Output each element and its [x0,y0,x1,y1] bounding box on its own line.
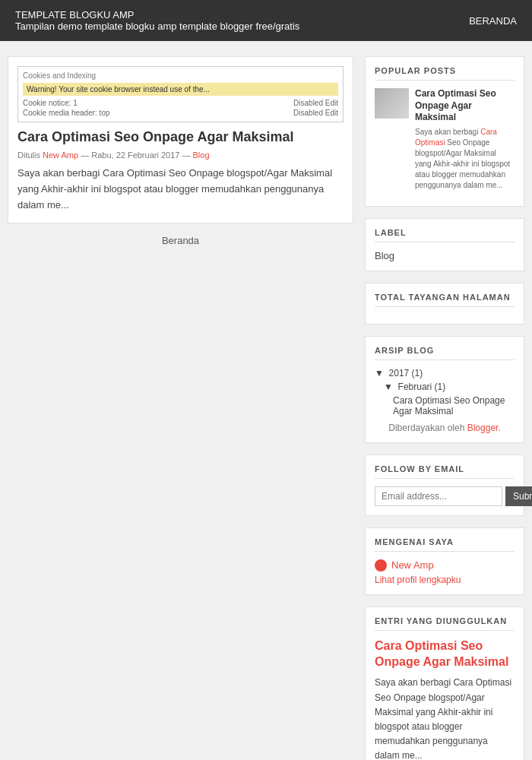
post-category[interactable]: Blog [193,150,210,160]
preview-row2-actions: Disabled Edit [293,109,338,117]
widget-total-tayangan: TOTAL TAYANGAN HALAMAN [365,283,524,325]
blogger-link[interactable]: Blogger [467,423,499,433]
archive-year[interactable]: ▼ 2017 (1) [375,368,515,378]
label-item: Blog [375,250,515,261]
post-meta: Ditulis New Amp — Rabu, 22 Februari 2017… [17,150,344,160]
preview-row-2: Cookie media header: top Disabled Edit [23,109,338,117]
preview-row-1: Cookie notice: 1 Disabled Edit [23,99,338,107]
main-content: Cookies and Indexing Warning! Your site … [8,56,353,760]
widget-follow-email: FOLLOW BY EMAIL Submit [365,454,524,516]
preview-row2-label: Cookie media header: top [23,109,110,117]
popular-posts-title: POPULAR POSTS [375,66,515,81]
site-header: TEMPLATE BLOGKU AMP Tampilan demo templa… [0,0,532,41]
post-sep1: — [81,150,89,160]
widget-entri-unggulan: ENTRI YANG DIUNGGULKAN Cara Optimasi Seo… [365,606,524,760]
follow-email-title: FOLLOW BY EMAIL [375,464,515,479]
site-title: TEMPLATE BLOGKU AMP [15,9,299,21]
widget-label: LABEL Blog [365,218,524,271]
powered-by: Diberdayakan oleh Blogger. [375,423,515,433]
site-branding: TEMPLATE BLOGKU AMP Tampilan demo templa… [15,9,299,32]
post-date: Rabu, 22 Februari 2017 [91,150,179,160]
preview-row1-label: Cookie notice: 1 [23,99,78,107]
post-ditulis: Ditulis [17,150,40,160]
label-title: LABEL [375,228,515,242]
popular-post-title: Cara Optimasi Seo Onpage Agar Maksimal [415,88,515,124]
archive-post[interactable]: Cara Optimasi Seo Onpage Agar Maksimal [393,395,515,416]
arsip-title: ARSIP BLOG [375,346,515,360]
popular-post-item: Cara Optimasi Seo Onpage Agar Maksimal S… [375,88,515,191]
post-preview-box: Cookies and Indexing Warning! Your site … [17,66,344,122]
post-excerpt: Saya akan berbagi Cara Optimasi Seo Onpa… [17,166,344,213]
popular-post-excerpt: Saya akan berbagi Cara Optimasi Seo Onpa… [415,127,515,191]
widget-popular-posts: POPULAR POSTS Cara Optimasi Seo Onpage A… [365,56,524,207]
sidebar: POPULAR POSTS Cara Optimasi Seo Onpage A… [365,56,524,760]
preview-row2-edit[interactable]: Edit [325,109,338,117]
beranda-nav-link[interactable]: Beranda [162,235,199,246]
entri-unggulan-title: ENTRI YANG DIUNGGULKAN [375,616,515,631]
popular-post-thumb [375,88,409,119]
email-input[interactable] [375,486,502,506]
widget-mengenai-saya: MENGENAI SAYA New Amp Lihat profil lengk… [365,527,524,595]
email-form: Submit [375,486,515,506]
email-submit-button[interactable]: Submit [505,486,532,506]
post-card: Cookies and Indexing Warning! Your site … [8,56,353,223]
preview-row1-edit[interactable]: Edit [325,99,338,107]
popular-post-text: Cara Optimasi Seo Onpage Agar Maksimal S… [415,88,515,191]
header-beranda-link[interactable]: BERANDA [469,15,517,27]
site-subtitle: Tampilan demo template blogku amp templa… [15,21,299,32]
popular-post-excerpt-link[interactable]: Cara Optimasi [415,128,497,147]
post-title: Cara Optimasi Seo Onpage Agar Maksimal [17,128,344,146]
beranda-nav: Beranda [8,235,353,246]
archive-month[interactable]: ▼ Februari (1) [384,382,515,392]
about-me-name[interactable]: New Amp [391,559,434,571]
preview-title: Cookies and Indexing [23,71,338,80]
preview-row1-actions: Disabled Edit [293,99,338,107]
about-me-icon [375,559,387,572]
about-me-item: New Amp [375,559,515,572]
post-author[interactable]: New Amp [43,150,78,160]
widget-arsip: ARSIP BLOG ▼ 2017 (1) ▼ Februari (1) Car… [365,336,524,443]
preview-warning: Warning! Your site cookie browser instea… [23,83,338,96]
total-tayangan-title: TOTAL TAYANGAN HALAMAN [375,293,515,307]
entri-unggulan-post-title[interactable]: Cara Optimasi Seo Onpage Agar Maksimal [375,638,515,670]
about-me-profile-link[interactable]: Lihat profil lengkapku [375,575,515,585]
post-sep2: — [182,150,190,160]
entri-unggulan-excerpt: Saya akan berbagi Cara Optimasi Seo Onpa… [375,676,515,760]
mengenai-saya-title: MENGENAI SAYA [375,537,515,552]
